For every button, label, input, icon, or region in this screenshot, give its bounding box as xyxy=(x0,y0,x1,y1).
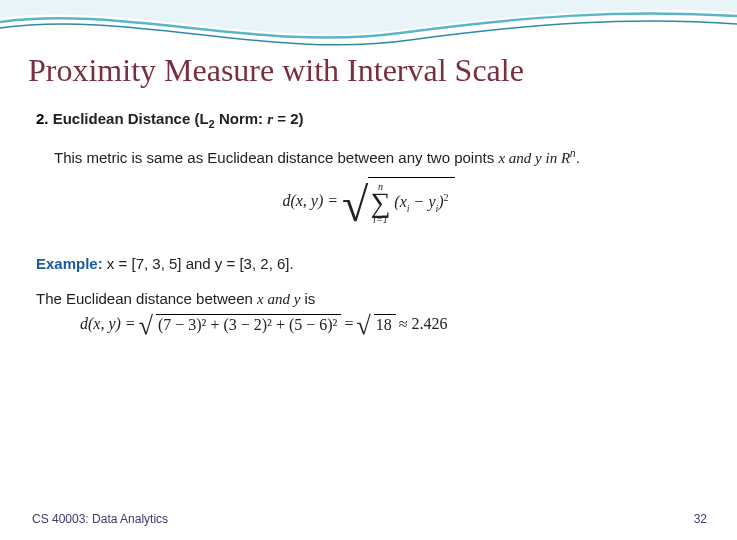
heading-norm-mid: Norm: xyxy=(215,110,268,127)
sigma-term: (xi − yi)2 xyxy=(394,192,448,214)
slide-title: Proximity Measure with Interval Scale xyxy=(28,52,524,89)
formula-result: d(x, y) = √ (7 − 3)² + (3 − 2)² + (5 − 6… xyxy=(80,314,701,334)
heading-number: 2. xyxy=(36,110,49,127)
formula2-eq: = xyxy=(344,315,353,333)
formula2-body: (7 − 3)² + (3 − 2)² + (5 − 6)² xyxy=(158,316,337,333)
term-sq: 2 xyxy=(444,192,449,203)
desc-dot: . xyxy=(576,149,580,166)
line3-is: is xyxy=(300,290,315,307)
sigma-lower: i=1 xyxy=(373,214,388,225)
footer-page-number: 32 xyxy=(694,512,707,526)
formula2-val: 18 xyxy=(376,316,392,333)
formula2-lhs: d(x, y) = xyxy=(80,315,136,333)
decorative-wave-header xyxy=(0,0,737,60)
term-minus: − y xyxy=(410,194,436,211)
heading-name: Euclidean Distance xyxy=(53,110,191,127)
slide-content: 2. Euclidean Distance (L2 Norm: r = 2) T… xyxy=(36,110,701,334)
example-text: x = [7, 3, 5] and y = [3, 2, 6]. xyxy=(103,255,294,272)
sigma-symbol: ∑ xyxy=(370,192,390,214)
line3-pre: The Euclidean distance between xyxy=(36,290,257,307)
heading-norm-open: (L xyxy=(194,110,208,127)
line3-x: x xyxy=(257,291,264,307)
sqrt-expression: √ n ∑ i=1 (xi − yi)2 xyxy=(342,177,455,225)
sigma-block: n ∑ i=1 xyxy=(370,181,390,225)
formula-euclidean: d(x, y) = √ n ∑ i=1 (xi − yi)2 xyxy=(36,177,701,237)
result-intro-line: The Euclidean distance between x and y i… xyxy=(36,290,701,308)
heading-eq: = 2) xyxy=(273,110,303,127)
formula2-approx: ≈ 2.426 xyxy=(399,315,448,333)
desc-R: R xyxy=(561,150,570,166)
term-open: (x xyxy=(394,194,406,211)
description-line: This metric is same as Euclidean distanc… xyxy=(54,148,701,167)
desc-y: y xyxy=(535,150,542,166)
desc-pre: This metric is same as Euclidean distanc… xyxy=(54,149,498,166)
line3-and: and xyxy=(264,291,294,307)
example-line: Example: x = [7, 3, 5] and y = [3, 2, 6]… xyxy=(36,255,701,272)
footer-course: CS 40003: Data Analytics xyxy=(32,512,168,526)
example-label: Example: xyxy=(36,255,103,272)
desc-and: and xyxy=(505,150,535,166)
section-heading: 2. Euclidean Distance (L2 Norm: r = 2) xyxy=(36,110,701,130)
wave-svg xyxy=(0,0,737,60)
formula-lhs: d(x, y) = xyxy=(282,192,338,210)
desc-in: in xyxy=(542,150,561,166)
